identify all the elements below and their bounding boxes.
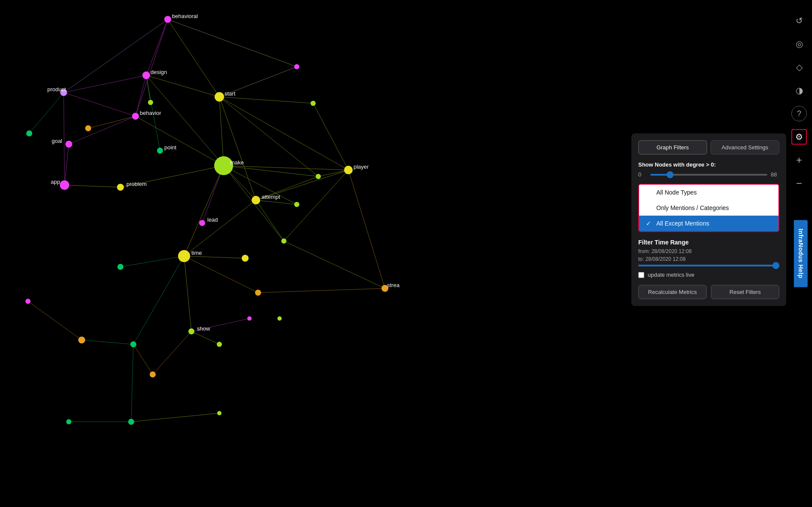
svg-line-15 bbox=[69, 116, 135, 144]
svg-line-50 bbox=[28, 301, 82, 340]
dropdown-item-all[interactable]: All Node Types bbox=[639, 185, 778, 200]
svg-point-68 bbox=[117, 184, 124, 191]
svg-text:behavioral: behavioral bbox=[172, 13, 198, 19]
svg-point-75 bbox=[85, 125, 91, 131]
dropdown-item-mentions[interactable]: Only Mentions / Categories bbox=[639, 200, 778, 216]
update-metrics-checkbox[interactable] bbox=[638, 272, 644, 278]
svg-text:player: player bbox=[354, 164, 369, 170]
svg-point-88 bbox=[78, 337, 85, 343]
svg-line-41 bbox=[120, 256, 184, 267]
svg-point-62 bbox=[65, 141, 72, 148]
panel-tabs: Graph Filters Advanced Settings bbox=[638, 140, 779, 155]
svg-point-70 bbox=[199, 220, 205, 226]
svg-line-11 bbox=[64, 93, 135, 116]
svg-point-66 bbox=[344, 166, 353, 174]
svg-point-93 bbox=[66, 419, 71, 424]
tab-advanced-settings[interactable]: Advanced Settings bbox=[710, 140, 779, 155]
svg-line-43 bbox=[133, 256, 184, 344]
svg-line-42 bbox=[184, 256, 258, 293]
svg-point-64 bbox=[157, 148, 163, 154]
svg-line-27 bbox=[184, 166, 224, 256]
node-type-list: All Node Types Only Mentions / Categorie… bbox=[639, 185, 778, 231]
minus-zoom-icon[interactable]: − bbox=[791, 176, 807, 191]
svg-text:make: make bbox=[230, 159, 244, 166]
svg-point-89 bbox=[130, 341, 136, 347]
svg-point-78 bbox=[294, 64, 299, 69]
node-type-dropdown[interactable]: All Node Types Only Mentions / Categorie… bbox=[638, 184, 779, 232]
svg-line-2 bbox=[168, 19, 219, 97]
svg-point-77 bbox=[311, 101, 316, 106]
update-metrics-row: update metrics live bbox=[638, 272, 779, 278]
time-range-label: Filter Time Range bbox=[638, 239, 779, 246]
svg-text:show: show bbox=[197, 325, 210, 332]
from-row: from: 28/08/2020 12:08 bbox=[638, 248, 779, 254]
plus-zoom-icon[interactable]: + bbox=[791, 152, 807, 168]
time-slider[interactable] bbox=[638, 265, 779, 266]
contrast-icon[interactable]: ◑ bbox=[791, 83, 807, 98]
svg-line-44 bbox=[184, 256, 191, 331]
recalculate-metrics-button[interactable]: Recalculate Metrics bbox=[638, 285, 707, 299]
dropdown-item-except-mentions[interactable]: ✓ All Except Mentions bbox=[639, 216, 778, 231]
svg-line-48 bbox=[65, 185, 120, 187]
svg-point-63 bbox=[215, 92, 224, 102]
degree-max: 88 bbox=[771, 171, 779, 178]
filter-panel: Graph Filters Advanced Settings Show Nod… bbox=[631, 133, 786, 306]
svg-point-90 bbox=[150, 371, 156, 377]
svg-text:strea: strea bbox=[387, 282, 400, 288]
svg-line-45 bbox=[191, 331, 219, 344]
svg-text:start: start bbox=[225, 90, 236, 97]
svg-point-61 bbox=[132, 113, 139, 120]
svg-point-92 bbox=[217, 411, 221, 415]
svg-line-35 bbox=[348, 170, 385, 288]
svg-point-79 bbox=[316, 174, 321, 179]
svg-line-5 bbox=[146, 75, 219, 97]
svg-text:app: app bbox=[51, 179, 60, 185]
degree-min: 0 bbox=[638, 171, 647, 178]
settings-icon[interactable]: ⚙ bbox=[791, 129, 807, 145]
svg-line-20 bbox=[219, 97, 256, 200]
target-icon[interactable]: ◎ bbox=[791, 36, 807, 52]
svg-line-3 bbox=[168, 19, 297, 67]
svg-line-49 bbox=[65, 144, 69, 185]
update-metrics-label[interactable]: update metrics live bbox=[648, 272, 694, 278]
svg-line-37 bbox=[256, 200, 284, 241]
time-slider-row bbox=[638, 265, 779, 266]
svg-line-32 bbox=[318, 170, 348, 176]
svg-text:goal: goal bbox=[52, 138, 62, 144]
svg-line-38 bbox=[184, 200, 256, 256]
svg-point-80 bbox=[281, 238, 286, 244]
svg-line-54 bbox=[131, 413, 219, 422]
svg-line-55 bbox=[82, 340, 133, 344]
svg-point-87 bbox=[25, 299, 31, 304]
tab-graph-filters[interactable]: Graph Filters bbox=[638, 140, 707, 155]
reset-filters-button[interactable]: Reset Filters bbox=[711, 285, 779, 299]
svg-point-73 bbox=[188, 328, 194, 334]
svg-point-84 bbox=[247, 316, 252, 321]
svg-point-85 bbox=[217, 342, 222, 347]
svg-text:time: time bbox=[191, 250, 202, 256]
svg-point-82 bbox=[117, 264, 123, 270]
svg-point-67 bbox=[60, 180, 69, 190]
svg-text:design: design bbox=[151, 69, 167, 75]
degree-slider[interactable] bbox=[650, 174, 767, 176]
svg-point-76 bbox=[148, 100, 153, 105]
svg-line-13 bbox=[29, 93, 64, 133]
svg-line-51 bbox=[131, 344, 133, 422]
svg-point-94 bbox=[294, 202, 299, 207]
svg-line-52 bbox=[133, 344, 153, 374]
help-circle-icon[interactable]: ? bbox=[791, 106, 807, 121]
svg-line-39 bbox=[256, 200, 297, 204]
svg-line-56 bbox=[284, 241, 385, 288]
action-buttons: Recalculate Metrics Reset Filters bbox=[638, 285, 779, 299]
svg-text:point: point bbox=[164, 144, 177, 151]
diamond-icon[interactable]: ◇ bbox=[791, 59, 807, 75]
svg-point-69 bbox=[252, 196, 260, 204]
svg-line-14 bbox=[135, 116, 224, 166]
svg-line-12 bbox=[64, 93, 65, 185]
svg-point-86 bbox=[277, 316, 282, 321]
help-tab-label: InfraNodus Help bbox=[797, 229, 804, 278]
help-tab[interactable]: InfraNodus Help bbox=[794, 220, 808, 287]
svg-line-0 bbox=[146, 19, 168, 75]
undo-icon[interactable]: ↺ bbox=[791, 13, 807, 28]
svg-point-59 bbox=[142, 71, 150, 79]
